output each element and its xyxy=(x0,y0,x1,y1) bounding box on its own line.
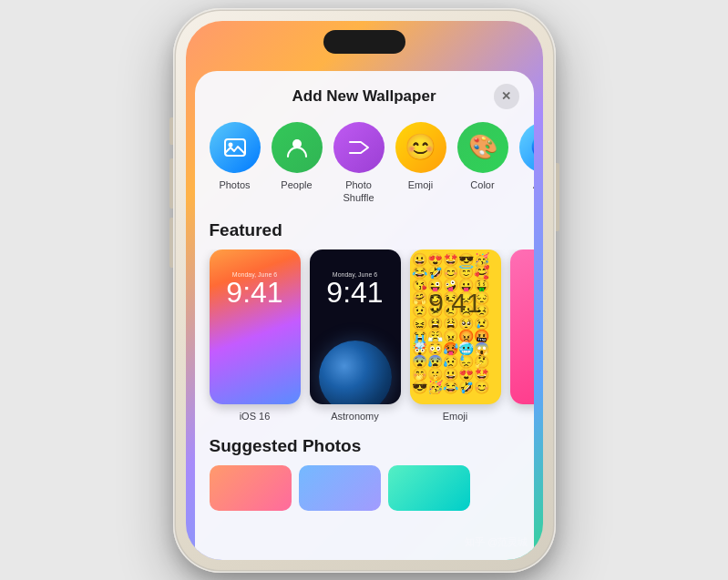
suggested-scroll xyxy=(195,465,534,511)
suggested-thumb-1[interactable] xyxy=(210,465,292,511)
phone-screen: Add New Wallpaper ✕ Photos xyxy=(186,21,543,560)
shuffle-icon xyxy=(333,122,385,173)
wallpaper-type-astronomy[interactable]: 🌍 Ast... xyxy=(519,122,534,205)
svg-rect-0 xyxy=(225,139,245,156)
wallpaper-type-photos[interactable]: Photos xyxy=(210,122,261,205)
ios16-label: iOS 16 xyxy=(240,411,271,422)
close-button[interactable]: ✕ xyxy=(494,84,519,109)
ios16-clock: 9:41 xyxy=(210,278,301,307)
emoji-wall-label: Emoji xyxy=(443,411,468,422)
featured-card-emoji[interactable]: 😀😍🤩😎🥳😂🤣😊😇🥰😘😜🤪😛🤑🤗😏😒😞😔😟😕🙁☹️😣😖😫😩🥺😢😭😤😠😡🤬🤯😳🥵🥶… xyxy=(410,249,501,422)
emoji-icon: 😊 xyxy=(395,122,446,173)
svg-point-1 xyxy=(228,142,232,147)
emoji-clock: 9:41 xyxy=(410,290,501,317)
earth-visual xyxy=(319,341,392,404)
power-button xyxy=(556,163,559,231)
wallpaper-type-color[interactable]: 🎨 Color xyxy=(457,122,508,205)
featured-section-title: Featured xyxy=(195,217,534,249)
emoji-wall-preview: 😀😍🤩😎🥳😂🤣😊😇🥰😘😜🤪😛🤑🤗😏😒😞😔😟😕🙁☹️😣😖😫😩🥺😢😭😤😠😡🤬🤯😳🥵🥶… xyxy=(410,249,501,404)
wallpaper-types-row: Photos People xyxy=(195,115,534,218)
astronomy-preview: Monday, June 6 9:41 xyxy=(310,249,401,404)
astro-time-display: Monday, June 6 9:41 xyxy=(310,271,401,307)
suggested-thumb-3[interactable] xyxy=(388,465,470,511)
modal-header: Add New Wallpaper ✕ xyxy=(195,71,534,115)
color-icon: 🎨 xyxy=(457,122,508,173)
astronomy-icon: 🌍 xyxy=(519,122,534,173)
photos-label: Photos xyxy=(219,178,250,191)
emoji-time-display: 9:41 xyxy=(410,271,501,317)
astro-clock: 9:41 xyxy=(310,278,401,307)
ios16-time-display: Monday, June 6 9:41 xyxy=(210,271,301,307)
dynamic-island xyxy=(323,30,405,54)
ios16-preview: Monday, June 6 9:41 xyxy=(210,249,301,404)
astronomy-label: Ast... xyxy=(533,178,534,191)
featured-card-ios16[interactable]: Monday, June 6 9:41 iOS 16 xyxy=(210,249,301,422)
featured-card-astronomy[interactable]: Monday, June 6 9:41 Astronomy xyxy=(310,249,401,422)
suggested-thumb-2[interactable] xyxy=(299,465,381,511)
pink-preview xyxy=(510,249,534,404)
people-icon xyxy=(272,122,323,173)
featured-card-pink[interactable] xyxy=(510,249,534,422)
modal-title: Add New Wallpaper xyxy=(292,87,436,106)
volume-down-button xyxy=(169,218,173,268)
people-label: People xyxy=(281,178,312,191)
shuffle-label: Photo Shuffle xyxy=(343,178,374,205)
featured-scroll: Monday, June 6 9:41 iOS 16 Monday, June … xyxy=(195,249,534,422)
wallpaper-type-people[interactable]: People xyxy=(272,122,323,205)
wallpaper-type-shuffle[interactable]: Photo Shuffle xyxy=(333,122,385,205)
wallpaper-type-emoji[interactable]: 😊 Emoji xyxy=(395,122,446,205)
suggested-title: Suggested Photos xyxy=(195,432,534,465)
phone-mockup: Add New Wallpaper ✕ Photos xyxy=(173,8,556,573)
color-label: Color xyxy=(470,178,494,191)
suggested-section: Suggested Photos xyxy=(195,432,534,511)
astronomy-label: Astronomy xyxy=(331,411,379,422)
volume-up-button xyxy=(169,158,173,209)
emoji-label: Emoji xyxy=(408,178,434,191)
photos-icon xyxy=(210,122,261,173)
mute-button xyxy=(169,117,173,145)
add-wallpaper-modal: Add New Wallpaper ✕ Photos xyxy=(195,71,534,560)
